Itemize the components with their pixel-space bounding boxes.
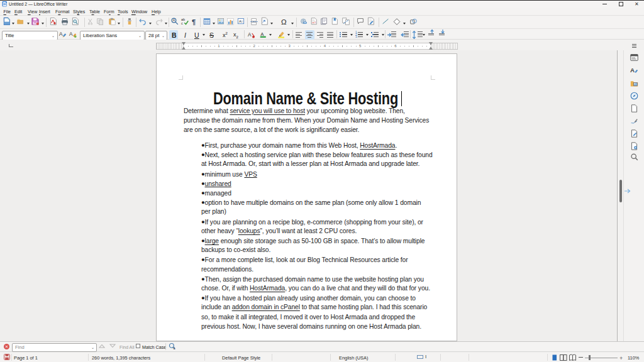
svg-text:c: c bbox=[181, 21, 183, 25]
svg-text:A: A bbox=[59, 31, 63, 37]
svg-text:1: 1 bbox=[314, 21, 316, 24]
svg-text:A: A bbox=[239, 19, 242, 23]
svg-text:A: A bbox=[630, 67, 635, 74]
svg-text:A: A bbox=[248, 32, 252, 38]
svg-text:A: A bbox=[69, 31, 73, 37]
svg-text:A: A bbox=[173, 18, 175, 22]
svg-text:A: A bbox=[260, 31, 264, 37]
